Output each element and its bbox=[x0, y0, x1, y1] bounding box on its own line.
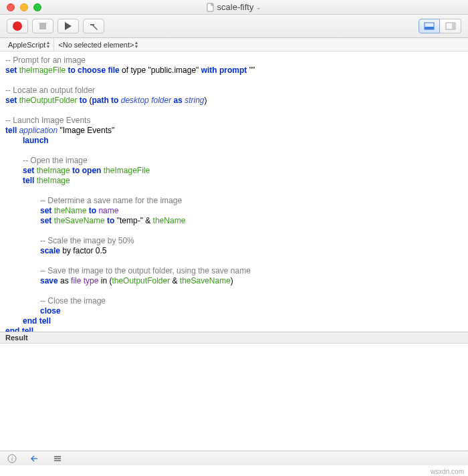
svg-rect-0 bbox=[207, 3, 213, 11]
title-dropdown-icon: ⌄ bbox=[256, 4, 261, 11]
show-right-pane-button[interactable] bbox=[440, 19, 461, 33]
updown-icon: ▴▾ bbox=[47, 41, 49, 49]
window-title: scale-fifty ⌄ bbox=[0, 2, 468, 12]
window-title-text: scale-fifty bbox=[217, 2, 254, 12]
svg-rect-4 bbox=[452, 23, 455, 29]
updown-icon: ▴▾ bbox=[135, 41, 138, 49]
watermark: wsxdn.com bbox=[431, 468, 464, 475]
svg-rect-8 bbox=[54, 458, 61, 459]
element-label: <No selected element> bbox=[58, 41, 134, 49]
svg-rect-7 bbox=[54, 456, 61, 457]
zoom-window-button[interactable] bbox=[33, 3, 41, 11]
status-bar: i bbox=[0, 451, 468, 465]
result-label: Result bbox=[5, 334, 28, 342]
bottom-pane-icon bbox=[424, 22, 435, 30]
result-header: Result bbox=[0, 332, 468, 344]
result-area[interactable] bbox=[0, 344, 468, 451]
svg-rect-2 bbox=[425, 27, 434, 29]
svg-text:i: i bbox=[11, 455, 13, 462]
play-icon bbox=[65, 22, 72, 30]
stop-icon bbox=[39, 23, 46, 29]
titlebar: scale-fifty ⌄ bbox=[0, 0, 468, 15]
code-editor[interactable]: -- Prompt for an image set theImageFile … bbox=[0, 51, 468, 332]
svg-rect-9 bbox=[54, 460, 61, 461]
hammer-icon bbox=[89, 21, 98, 31]
record-button[interactable] bbox=[7, 19, 28, 33]
event-log-button[interactable] bbox=[52, 453, 63, 464]
accessory-view-button[interactable] bbox=[29, 453, 40, 464]
document-icon bbox=[207, 3, 215, 12]
compile-button[interactable] bbox=[83, 19, 104, 33]
toolbar bbox=[0, 15, 468, 38]
description-button[interactable]: i bbox=[7, 453, 17, 464]
run-button[interactable] bbox=[57, 19, 79, 33]
record-icon bbox=[13, 21, 22, 31]
close-window-button[interactable] bbox=[7, 3, 15, 11]
pane-toggle bbox=[419, 19, 461, 33]
language-label: AppleScript bbox=[8, 41, 45, 49]
right-pane-icon bbox=[445, 22, 456, 30]
navigation-bar: AppleScript ▴▾ <No selected element> ▴▾ bbox=[0, 38, 468, 51]
show-bottom-pane-button[interactable] bbox=[419, 19, 440, 33]
language-selector[interactable]: AppleScript ▴▾ bbox=[4, 38, 54, 51]
traffic-lights bbox=[0, 3, 41, 11]
minimize-window-button[interactable] bbox=[20, 3, 28, 11]
element-selector[interactable]: <No selected element> ▴▾ bbox=[54, 38, 142, 51]
stop-button[interactable] bbox=[32, 19, 53, 33]
